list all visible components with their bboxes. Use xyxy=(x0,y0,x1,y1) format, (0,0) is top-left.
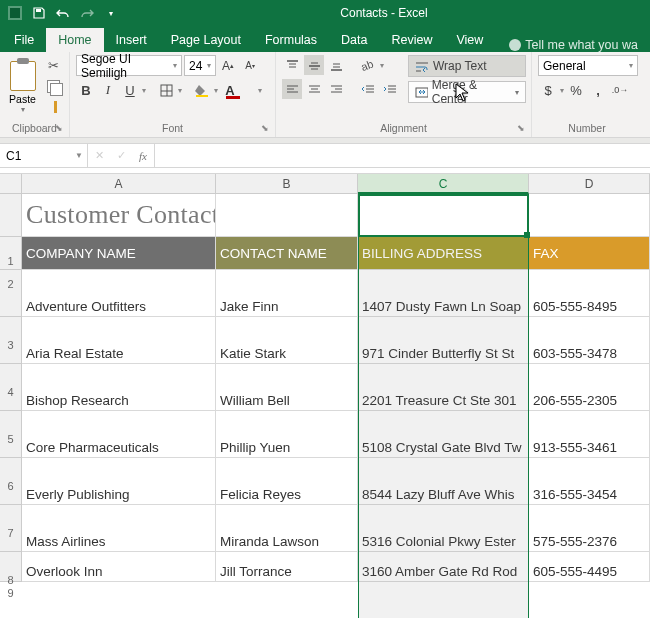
cell[interactable]: 605-555-8495 xyxy=(529,270,650,317)
cell[interactable]: 5316 Colonial Pkwy Ester xyxy=(358,505,529,552)
cell[interactable]: 2201 Treasure Ct Ste 301 xyxy=(358,364,529,411)
tell-me-search[interactable]: Tell me what you wa xyxy=(509,38,638,52)
align-top-icon[interactable] xyxy=(282,55,302,75)
increase-indent-icon[interactable] xyxy=(380,79,400,99)
font-name-select[interactable]: Segoe UI Semiligh▾ xyxy=(76,55,182,76)
svg-rect-6 xyxy=(196,95,208,97)
dialog-launcher-icon[interactable]: ⬊ xyxy=(53,123,65,135)
tab-review[interactable]: Review xyxy=(379,28,444,52)
enter-formula-icon[interactable]: ✓ xyxy=(110,145,132,167)
qat-customize-icon[interactable]: ▾ xyxy=(100,2,122,24)
align-right-icon[interactable] xyxy=(326,79,346,99)
cell[interactable] xyxy=(216,194,358,237)
cell[interactable]: Jake Finn xyxy=(216,270,358,317)
shrink-font-icon[interactable]: A▾ xyxy=(240,56,260,76)
align-middle-icon[interactable] xyxy=(304,55,324,75)
cell[interactable]: Miranda Lawson xyxy=(216,505,358,552)
tab-view[interactable]: View xyxy=(444,28,495,52)
insert-function-icon[interactable]: fx xyxy=(132,145,154,167)
col-header-b[interactable]: B xyxy=(216,174,358,194)
cell[interactable]: Everly Publishing xyxy=(22,458,216,505)
increase-decimal-icon[interactable]: .0→ xyxy=(610,80,630,100)
col-header-a[interactable]: A xyxy=(22,174,216,194)
underline-button[interactable]: U xyxy=(120,80,140,100)
cells-area[interactable]: Customer Contact ListCOMPANY NAMECONTACT… xyxy=(22,194,650,582)
wrap-text-icon xyxy=(415,60,429,73)
cell[interactable]: Mass Airlines xyxy=(22,505,216,552)
font-size-select[interactable]: 24▾ xyxy=(184,55,216,76)
cell[interactable] xyxy=(358,194,529,237)
dialog-launcher-icon[interactable]: ⬊ xyxy=(515,123,527,135)
undo-icon[interactable] xyxy=(52,2,74,24)
grow-font-icon[interactable]: A▴ xyxy=(218,56,238,76)
bold-button[interactable]: B xyxy=(76,80,96,100)
cell[interactable]: 603-555-3478 xyxy=(529,317,650,364)
tab-formulas[interactable]: Formulas xyxy=(253,28,329,52)
cell[interactable]: 8544 Lazy Bluff Ave Whis xyxy=(358,458,529,505)
copy-icon[interactable] xyxy=(43,76,63,96)
col-header-d[interactable]: D xyxy=(529,174,650,194)
cell[interactable]: Jill Torrance xyxy=(216,552,358,582)
currency-button[interactable]: $ xyxy=(538,80,558,100)
format-painter-icon[interactable] xyxy=(43,97,63,117)
save-icon[interactable] xyxy=(28,2,50,24)
align-center-icon[interactable] xyxy=(304,79,324,99)
cell[interactable]: 605-555-4495 xyxy=(529,552,650,582)
select-all-corner[interactable] xyxy=(0,174,22,194)
excel-icon[interactable] xyxy=(4,2,26,24)
comma-button[interactable]: , xyxy=(588,80,608,100)
cut-icon[interactable]: ✂ xyxy=(43,55,63,75)
cell[interactable]: Phillip Yuen xyxy=(216,411,358,458)
chevron-down-icon[interactable]: ▼ xyxy=(75,151,83,160)
orientation-icon[interactable]: ab xyxy=(358,55,378,75)
tab-home[interactable]: Home xyxy=(46,28,103,52)
cell[interactable]: 206-555-2305 xyxy=(529,364,650,411)
col-header-c[interactable]: C xyxy=(358,174,529,194)
cell[interactable]: COMPANY NAME xyxy=(22,237,216,270)
merge-icon xyxy=(415,86,428,99)
cell[interactable]: BILLING ADDRESS xyxy=(358,237,529,270)
cell[interactable]: Customer Contact List xyxy=(22,194,216,237)
cell[interactable]: Adventure Outfitters xyxy=(22,270,216,317)
cell[interactable]: 971 Cinder Butterfly St St xyxy=(358,317,529,364)
tab-insert[interactable]: Insert xyxy=(104,28,159,52)
cell[interactable]: 3160 Amber Gate Rd Rod xyxy=(358,552,529,582)
align-left-icon[interactable] xyxy=(282,79,302,99)
name-box[interactable]: C1▼ xyxy=(0,144,88,167)
italic-button[interactable]: I xyxy=(98,80,118,100)
redo-icon[interactable] xyxy=(76,2,98,24)
cell[interactable]: 1407 Dusty Fawn Ln Soap xyxy=(358,270,529,317)
row-header[interactable]: 1 xyxy=(0,194,22,237)
cell[interactable]: William Bell xyxy=(216,364,358,411)
fill-color-icon[interactable] xyxy=(192,80,212,100)
align-bottom-icon[interactable] xyxy=(326,55,346,75)
cell[interactable]: Katie Stark xyxy=(216,317,358,364)
dialog-launcher-icon[interactable]: ⬊ xyxy=(259,123,271,135)
merge-center-button[interactable]: Merge & Center ▾ xyxy=(408,81,526,103)
cell[interactable]: CONTACT NAME xyxy=(216,237,358,270)
cell[interactable]: Core Pharmaceuticals xyxy=(22,411,216,458)
cell[interactable]: FAX xyxy=(529,237,650,270)
cell[interactable]: Overlook Inn xyxy=(22,552,216,582)
paste-button[interactable]: Paste ▾ xyxy=(6,59,39,114)
tab-page-layout[interactable]: Page Layout xyxy=(159,28,253,52)
percent-button[interactable]: % xyxy=(566,80,586,100)
cell[interactable]: Bishop Research xyxy=(22,364,216,411)
decrease-indent-icon[interactable] xyxy=(358,79,378,99)
tab-data[interactable]: Data xyxy=(329,28,379,52)
formula-input[interactable] xyxy=(155,144,650,167)
wrap-text-button[interactable]: Wrap Text xyxy=(408,55,526,77)
svg-rect-1 xyxy=(10,8,20,18)
cell[interactable]: 913-555-3461 xyxy=(529,411,650,458)
cell[interactable]: 5108 Crystal Gate Blvd Tw xyxy=(358,411,529,458)
cell[interactable]: Felicia Reyes xyxy=(216,458,358,505)
tab-file[interactable]: File xyxy=(2,28,46,52)
ribbon: Paste ▾ ✂ Clipboard⬊ Segoe UI Semiligh▾ … xyxy=(0,52,650,138)
number-format-select[interactable]: General▾ xyxy=(538,55,638,76)
cell[interactable]: 575-555-2376 xyxy=(529,505,650,552)
cell[interactable]: 316-555-3454 xyxy=(529,458,650,505)
cell[interactable] xyxy=(529,194,650,237)
border-icon[interactable] xyxy=(156,80,176,100)
cell[interactable]: Aria Real Estate xyxy=(22,317,216,364)
cancel-formula-icon[interactable]: ✕ xyxy=(88,145,110,167)
